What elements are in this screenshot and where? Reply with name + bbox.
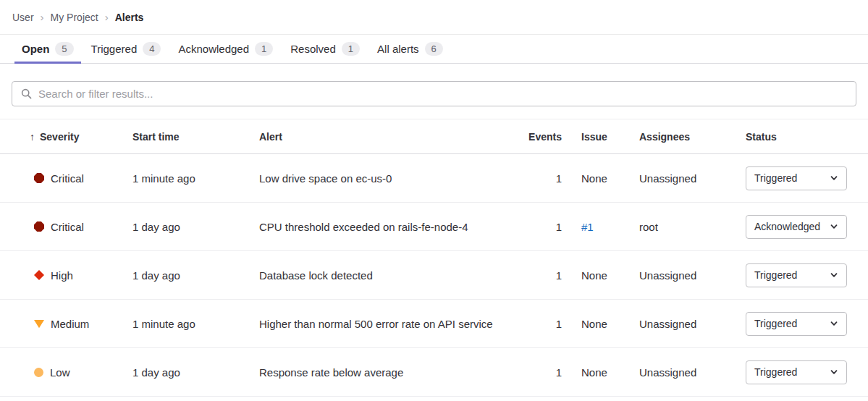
tab-label: All alerts	[377, 43, 419, 55]
column-header-status: Status	[746, 131, 857, 143]
status-dropdown-label: Acknowledged	[754, 221, 820, 232]
issue-cell: None	[562, 366, 639, 379]
breadcrumb-separator-icon: ›	[41, 11, 44, 23]
status-dropdown[interactable]: Triggered	[746, 263, 847, 287]
severity-cell: Critical	[12, 172, 132, 185]
assignees-cell: Unassigned	[639, 269, 746, 282]
tab-count-badge: 1	[342, 42, 360, 56]
start-time-cell: 1 day ago	[132, 366, 259, 379]
alert-title[interactable]: Higher than normal 500 error rate on API…	[259, 318, 526, 330]
severity-icon	[34, 368, 43, 377]
events-count: 1	[526, 221, 562, 233]
tab-label: Acknowledged	[178, 43, 249, 55]
tab-label: Open	[22, 43, 49, 55]
issue-cell: None	[562, 269, 639, 282]
status-cell: Acknowledged	[746, 215, 857, 239]
status-dropdown-label: Triggered	[754, 318, 797, 329]
issue-cell: None	[562, 172, 639, 185]
chevron-down-icon	[830, 271, 838, 279]
status-dropdown[interactable]: Triggered	[746, 312, 847, 336]
status-cell: Triggered	[746, 360, 857, 384]
issue-value: None	[581, 172, 607, 185]
severity-icon	[34, 173, 44, 183]
status-dropdown[interactable]: Acknowledged	[746, 215, 847, 239]
issue-cell: None	[562, 318, 639, 330]
issue-link[interactable]: #1	[581, 221, 594, 233]
tab-all-alerts[interactable]: All alerts 6	[370, 35, 450, 63]
table-body: Critical 1 minute ago Low drive space on…	[0, 154, 868, 397]
alert-status-tabs: Open 5 Triggered 4 Acknowledged 1 Resolv…	[0, 35, 868, 64]
search-bar	[12, 81, 856, 106]
status-dropdown-label: Triggered	[754, 172, 797, 184]
alert-title[interactable]: Response rate below average	[259, 366, 526, 379]
severity-label: Critical	[51, 172, 84, 185]
assignees-cell: root	[639, 221, 746, 233]
search-input-container[interactable]	[12, 81, 856, 106]
alert-table-row[interactable]: Critical 1 minute ago Low drive space on…	[0, 154, 868, 203]
tab-triggered[interactable]: Triggered 4	[84, 35, 169, 63]
severity-label: Low	[50, 366, 70, 379]
sort-ascending-icon: ↑	[30, 131, 35, 143]
alert-table-row[interactable]: Medium 1 minute ago Higher than normal 5…	[0, 300, 868, 348]
issue-value: None	[581, 269, 607, 282]
assignees-cell: Unassigned	[639, 318, 746, 330]
column-header-events: Events	[526, 131, 562, 143]
severity-label: High	[51, 269, 73, 282]
status-cell: Triggered	[746, 263, 857, 287]
events-count: 1	[526, 366, 562, 379]
severity-cell: Low	[12, 366, 132, 379]
chevron-down-icon	[830, 319, 838, 328]
alert-table-row[interactable]: Low 1 day ago Response rate below averag…	[0, 348, 868, 397]
breadcrumb: User › My Project › Alerts	[0, 0, 868, 35]
alert-table-row[interactable]: High 1 day ago Database lock detected 1 …	[0, 251, 868, 300]
severity-cell: Critical	[12, 221, 132, 233]
chevron-down-icon	[830, 174, 838, 182]
start-time-cell: 1 minute ago	[132, 318, 259, 330]
alert-table-row[interactable]: Critical 1 day ago CPU threshold exceede…	[0, 203, 868, 251]
status-dropdown-label: Triggered	[754, 269, 797, 281]
chevron-down-icon	[830, 368, 838, 376]
status-dropdown[interactable]: Triggered	[746, 166, 847, 190]
breadcrumb-current-page: Alerts	[115, 12, 144, 23]
assignees-cell: Unassigned	[639, 366, 746, 379]
assignees-cell: Unassigned	[639, 172, 746, 185]
column-header-issue: Issue	[562, 131, 639, 143]
events-count: 1	[526, 318, 562, 330]
breadcrumb-project[interactable]: My Project	[51, 12, 98, 23]
column-header-start-time[interactable]: Start time	[132, 131, 259, 143]
severity-label: Critical	[51, 221, 84, 233]
alert-title[interactable]: CPU threshold exceeded on rails-fe-node-…	[259, 221, 526, 233]
column-header-severity[interactable]: ↑ Severity	[12, 131, 132, 143]
search-icon	[21, 88, 32, 99]
severity-icon	[34, 318, 44, 329]
severity-icon	[34, 221, 44, 232]
breadcrumb-separator-icon: ›	[105, 11, 109, 23]
tab-count-badge: 5	[55, 42, 73, 56]
alert-title[interactable]: Low drive space on ec-us-0	[259, 172, 526, 185]
issue-value: None	[581, 366, 607, 379]
issue-cell: #1	[562, 221, 639, 233]
events-count: 1	[526, 269, 562, 282]
search-input[interactable]	[38, 88, 847, 100]
column-header-alert: Alert	[259, 131, 526, 143]
severity-cell: High	[12, 269, 132, 282]
severity-cell: Medium	[12, 318, 132, 330]
tab-count-badge: 4	[143, 42, 161, 56]
tab-label: Resolved	[290, 43, 336, 55]
status-dropdown[interactable]: Triggered	[746, 360, 847, 384]
events-count: 1	[526, 172, 562, 185]
tab-open[interactable]: Open 5	[14, 35, 81, 63]
status-dropdown-label: Triggered	[754, 366, 797, 378]
breadcrumb-user[interactable]: User	[12, 12, 34, 23]
column-header-assignees: Assignees	[639, 131, 746, 143]
alerts-table: ↑ Severity Start time Alert Events Issue…	[0, 119, 868, 397]
alert-title[interactable]: Database lock detected	[259, 269, 526, 282]
issue-value: None	[581, 318, 607, 330]
tab-resolved[interactable]: Resolved 1	[283, 35, 367, 63]
status-cell: Triggered	[746, 166, 857, 190]
table-header-row: ↑ Severity Start time Alert Events Issue…	[0, 119, 868, 154]
tab-acknowledged[interactable]: Acknowledged 1	[171, 35, 280, 63]
severity-label: Medium	[51, 318, 89, 330]
tab-label: Triggered	[91, 43, 138, 55]
status-cell: Triggered	[746, 312, 857, 336]
